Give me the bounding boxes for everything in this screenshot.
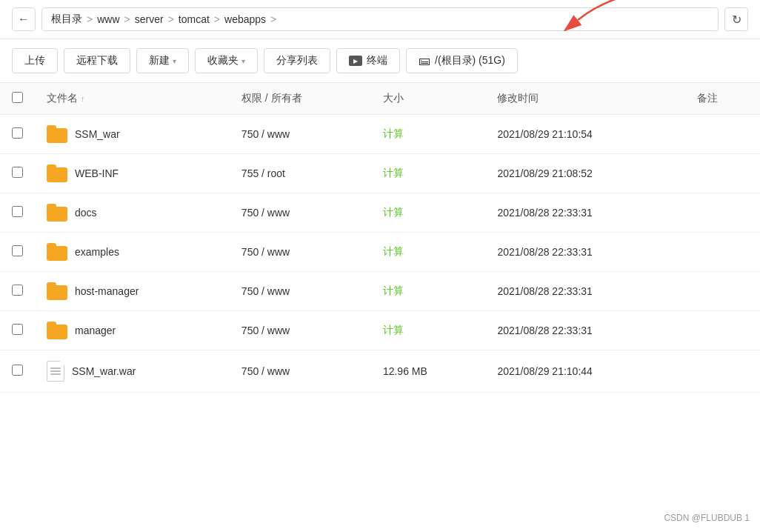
row-checkbox-cell[interactable]: [0, 350, 35, 393]
row-name-cell[interactable]: examples: [35, 233, 230, 272]
file-name-content: docs: [47, 204, 218, 222]
row-name-cell[interactable]: WEB-INF: [35, 154, 230, 193]
row-modified-cell: 2021/08/29 21:10:54: [485, 115, 685, 154]
row-permissions-cell: 750 / www: [230, 311, 371, 350]
terminal-label: 终端: [367, 54, 387, 67]
row-size-cell: 计算: [371, 272, 486, 311]
row-checkbox-cell[interactable]: [0, 233, 35, 272]
row-checkbox-cell[interactable]: [0, 115, 35, 154]
breadcrumb-webapps: webapps: [224, 13, 266, 25]
breadcrumb-path[interactable]: 根目录 > www > server > tomcat > webapps >: [41, 7, 719, 31]
row-notes-cell: [685, 311, 760, 350]
file-name-text: manager: [75, 325, 116, 336]
terminal-button[interactable]: ▶ 终端: [336, 48, 400, 73]
favorites-label: 收藏夹: [207, 54, 239, 67]
sep-4: >: [214, 13, 220, 25]
new-dropdown-icon: ▾: [173, 57, 176, 65]
breadcrumb-www: www: [97, 13, 119, 25]
folder-icon: [47, 282, 67, 300]
name-col-label: 文件名: [47, 92, 78, 104]
folder-icon: [47, 243, 67, 261]
row-notes-cell: [685, 115, 760, 154]
row-modified-cell: 2021/08/28 22:33:31: [485, 233, 685, 272]
table-row[interactable]: WEB-INF755 / root计算2021/08/29 21:08:52: [0, 154, 760, 193]
row-modified-cell: 2021/08/29 21:08:52: [485, 154, 685, 193]
refresh-icon: ↻: [732, 13, 741, 27]
row-checkbox-cell[interactable]: [0, 311, 35, 350]
row-checkbox[interactable]: [12, 127, 23, 139]
row-notes-cell: [685, 233, 760, 272]
file-name-content: host-manager: [47, 282, 218, 300]
row-name-cell[interactable]: manager: [35, 311, 230, 350]
row-permissions-cell: 750 / www: [230, 193, 371, 233]
disk-label: /(根目录) (51G): [435, 54, 505, 67]
back-icon: ←: [18, 13, 30, 26]
row-checkbox-cell[interactable]: [0, 154, 35, 193]
sep-5: >: [270, 13, 276, 25]
file-name-text: SSM_war: [75, 128, 120, 140]
favorites-button[interactable]: 收藏夹 ▾: [195, 48, 258, 73]
table-row[interactable]: SSM_war.war750 / www12.96 MB2021/08/29 2…: [0, 350, 760, 393]
notes-col-label: 备注: [697, 92, 718, 104]
share-list-button[interactable]: 分享列表: [264, 48, 330, 73]
row-permissions-cell: 750 / www: [230, 115, 371, 154]
file-name-text: SSM_war.war: [72, 365, 136, 377]
row-name-cell[interactable]: host-manager: [35, 272, 230, 311]
row-checkbox[interactable]: [12, 285, 23, 296]
row-size-cell: 计算: [371, 193, 486, 233]
row-checkbox[interactable]: [12, 206, 23, 217]
row-name-cell[interactable]: SSM_war.war: [35, 350, 230, 393]
upload-button[interactable]: 上传: [12, 48, 58, 73]
new-button[interactable]: 新建 ▾: [136, 48, 189, 73]
disk-button[interactable]: 🖴 /(根目录) (51G): [406, 48, 518, 73]
row-size-cell: 计算: [371, 154, 486, 193]
row-checkbox[interactable]: [12, 167, 23, 178]
table-row[interactable]: SSM_war750 / www计算2021/08/29 21:10:54: [0, 115, 760, 154]
row-notes-cell: [685, 350, 760, 393]
breadcrumb-tomcat: tomcat: [179, 13, 210, 25]
header-permissions: 权限 / 所有者: [230, 83, 371, 115]
row-name-cell[interactable]: SSM_war: [35, 115, 230, 154]
file-name-content: WEB-INF: [47, 164, 218, 182]
sort-icon: ↑: [81, 95, 84, 103]
upload-label: 上传: [24, 54, 45, 67]
select-all-checkbox[interactable]: [12, 92, 23, 103]
row-size-cell: 计算: [371, 115, 486, 154]
row-modified-cell: 2021/08/28 22:33:31: [485, 272, 685, 311]
breadcrumb-server: server: [135, 13, 164, 25]
sep-2: >: [124, 13, 130, 25]
refresh-button[interactable]: ↻: [724, 7, 748, 31]
row-permissions-cell: 750 / www: [230, 272, 371, 311]
row-checkbox[interactable]: [12, 245, 23, 256]
row-permissions-cell: 750 / www: [230, 350, 371, 393]
modified-col-label: 修改时间: [497, 92, 539, 104]
folder-icon: [47, 322, 67, 339]
sep-1: >: [87, 13, 93, 25]
row-modified-cell: 2021/08/28 22:33:31: [485, 311, 685, 350]
row-checkbox-cell[interactable]: [0, 193, 35, 233]
header-name[interactable]: 文件名 ↑: [35, 83, 230, 115]
back-button[interactable]: ←: [12, 7, 36, 31]
row-notes-cell: [685, 272, 760, 311]
table-row[interactable]: docs750 / www计算2021/08/28 22:33:31: [0, 193, 760, 233]
table-row[interactable]: host-manager750 / www计算2021/08/28 22:33:…: [0, 272, 760, 311]
file-name-content: manager: [47, 322, 218, 339]
row-size-cell: 12.96 MB: [371, 350, 486, 393]
remote-download-label: 远程下载: [76, 54, 118, 67]
table-row[interactable]: examples750 / www计算2021/08/28 22:33:31: [0, 233, 760, 272]
size-col-label: 大小: [383, 92, 404, 104]
file-name-content: SSM_war.war: [47, 361, 218, 382]
share-list-label: 分享列表: [276, 54, 318, 67]
file-doc-icon: [47, 361, 64, 382]
header-size: 大小: [371, 83, 486, 115]
row-modified-cell: 2021/08/29 21:10:44: [485, 350, 685, 393]
row-checkbox-cell[interactable]: [0, 272, 35, 311]
row-checkbox[interactable]: [12, 365, 23, 376]
table-row[interactable]: manager750 / www计算2021/08/28 22:33:31: [0, 311, 760, 350]
row-name-cell[interactable]: docs: [35, 193, 230, 233]
remote-download-button[interactable]: 远程下载: [64, 48, 130, 73]
sep-3: >: [168, 13, 174, 25]
breadcrumb-wrapper: 根目录 > www > server > tomcat > webapps >: [41, 7, 719, 31]
header-checkbox-cell[interactable]: [0, 83, 35, 115]
row-checkbox[interactable]: [12, 324, 23, 335]
